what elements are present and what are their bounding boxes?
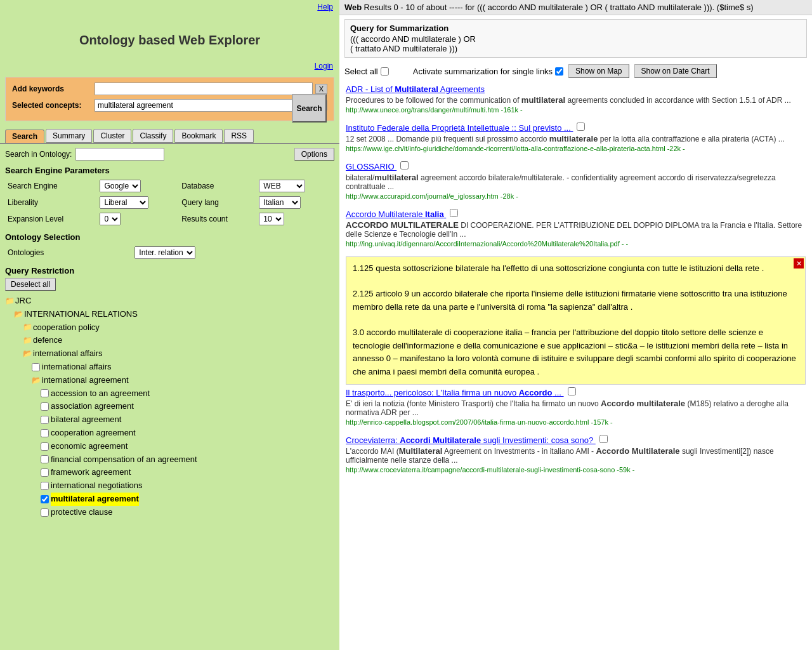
protective-checkbox[interactable] bbox=[41, 508, 49, 517]
tree-item-intl-agreement[interactable]: 📂 international agreement bbox=[5, 374, 334, 387]
intl-negotiations-checkbox[interactable] bbox=[41, 482, 49, 490]
popup-text-2: 2.125 articolo 9 un accordo bilaterale c… bbox=[353, 288, 799, 314]
select-all-checkbox[interactable] bbox=[381, 67, 389, 76]
ontology-selection-title: Ontology Selection bbox=[5, 232, 334, 242]
result-5-checkbox[interactable] bbox=[568, 387, 576, 395]
query-box: Query for Summarization ((( accordo AND … bbox=[344, 19, 807, 58]
expansion-level-select[interactable]: 012 bbox=[100, 213, 121, 225]
help-link[interactable]: Help bbox=[0, 0, 339, 14]
query-lang-label: Query lang bbox=[179, 194, 256, 211]
tree-intl-affairs-parent-label: international affairs bbox=[33, 347, 103, 361]
expansion-level-label: Expansion Level bbox=[5, 211, 97, 227]
database-select[interactable]: WEBNEWSIMAGES bbox=[259, 180, 305, 192]
result-title-6[interactable]: Croceviaterra: Accordi Multilaterale sug… bbox=[346, 435, 806, 445]
tab-cluster[interactable]: Cluster bbox=[93, 129, 131, 143]
tree-item-intl-relations[interactable]: 📂 INTERNATIONAL RELATIONS bbox=[5, 308, 334, 321]
tree-item-economic[interactable]: economic agreement bbox=[5, 440, 334, 453]
tab-classify[interactable]: Classify bbox=[133, 129, 173, 143]
result-url-2: https://www.ige.ch/it/info-giuridiche/do… bbox=[346, 145, 806, 152]
tree-item-association[interactable]: association agreement bbox=[5, 400, 334, 413]
add-keywords-section: Add keywords X Selected concepts: X bbox=[5, 77, 334, 121]
economic-checkbox[interactable] bbox=[41, 442, 49, 451]
tree-intl-relations-label: INTERNATIONAL RELATIONS bbox=[24, 308, 138, 321]
deselect-all-button[interactable]: Deselect all bbox=[5, 278, 56, 291]
tree-bilateral-label: bilateral agreement bbox=[51, 413, 121, 427]
results-count-label: Results count bbox=[179, 211, 256, 227]
tree-intl-agreement-label: international agreement bbox=[42, 374, 129, 387]
tree-item-cooperation[interactable]: cooperation agreement bbox=[5, 427, 334, 440]
result-6-checkbox[interactable] bbox=[599, 435, 608, 443]
select-all-row: Select all bbox=[344, 67, 389, 76]
financial-checkbox[interactable] bbox=[41, 455, 49, 463]
result-3-checkbox[interactable] bbox=[400, 161, 409, 169]
result-snippet-2: 12 set 2008 ... Domande più frequenti su… bbox=[346, 134, 806, 143]
multilateral-checkbox[interactable] bbox=[41, 495, 49, 503]
tree-item-defence[interactable]: 📁 defence bbox=[5, 334, 334, 347]
cooperation-checkbox[interactable] bbox=[41, 429, 49, 437]
login-link[interactable]: Login bbox=[0, 60, 339, 72]
result-2-checkbox[interactable] bbox=[577, 123, 585, 131]
tree-intl-negotiations-label: international negotiations bbox=[51, 479, 143, 493]
result-item-1: ADR - List of Multilateral Agreements Pr… bbox=[346, 84, 806, 114]
tree-multilateral-label: multilateral agreement bbox=[51, 493, 139, 506]
show-on-date-chart-button[interactable]: Show on Date Chart bbox=[634, 64, 717, 78]
tree-association-label: association agreement bbox=[51, 400, 134, 413]
search-engine-select[interactable]: GoogleYahooBing bbox=[100, 180, 141, 192]
add-keywords-clear-btn[interactable]: X bbox=[315, 84, 327, 94]
result-title-4[interactable]: Accordo Multilaterale Italia bbox=[346, 209, 806, 219]
result-title-2[interactable]: Instituto Federale della Proprietà Intel… bbox=[346, 123, 806, 133]
tree-item-protective[interactable]: protective clause bbox=[5, 506, 334, 519]
tree-item-accession[interactable]: accession to an agreement bbox=[5, 387, 334, 401]
tree-item-financial[interactable]: financial compensation of an agreement bbox=[5, 453, 334, 467]
search-button[interactable]: Search bbox=[292, 94, 327, 123]
tab-bookmark[interactable]: Bookmark bbox=[174, 129, 223, 143]
tree-item-intl-affairs-parent[interactable]: 📂 international affairs bbox=[5, 347, 334, 361]
tree-item-framework[interactable]: framework agreement bbox=[5, 466, 334, 479]
tree-item-intl-negotiations[interactable]: international negotiations bbox=[5, 479, 334, 493]
selected-concepts-input[interactable] bbox=[95, 99, 313, 112]
search-engine-params-title: Search Engine Parameters bbox=[5, 166, 334, 175]
tree-item-multilateral[interactable]: multilateral agreement bbox=[5, 493, 334, 506]
show-on-map-button[interactable]: Show on Map bbox=[568, 64, 629, 78]
liberality-select[interactable]: LiberalStrictModerate bbox=[100, 196, 148, 209]
tab-summary[interactable]: Summary bbox=[46, 129, 92, 143]
result-title-5[interactable]: Il trasporto... pericoloso: L'Italia fir… bbox=[346, 387, 806, 397]
accession-checkbox[interactable] bbox=[41, 389, 49, 397]
result-snippet-3: bilateral/multilateral agreement accordo… bbox=[346, 173, 806, 191]
intl-affairs-checkbox[interactable] bbox=[32, 363, 40, 371]
tree-item-bilateral[interactable]: bilateral agreement bbox=[5, 413, 334, 427]
framework-checkbox[interactable] bbox=[41, 468, 49, 477]
search-ontology-input[interactable] bbox=[75, 148, 164, 161]
tree-item-intl-affairs-child[interactable]: international affairs bbox=[5, 361, 334, 374]
left-content: Search in Ontology: Options Search Engin… bbox=[0, 143, 339, 650]
ontologies-row: Ontologies Inter. relationOther bbox=[5, 244, 334, 261]
ontologies-select[interactable]: Inter. relationOther bbox=[134, 246, 195, 259]
query-lang-select[interactable]: ItalianEnglishFrench bbox=[259, 196, 301, 209]
tree-root-jrc[interactable]: 📁 JRC bbox=[5, 295, 334, 308]
params-table: Search Engine GoogleYahooBing Database W… bbox=[5, 178, 334, 227]
result-4-checkbox[interactable] bbox=[450, 209, 458, 217]
tree-framework-label: framework agreement bbox=[51, 466, 131, 479]
right-panel: Web Results 0 - 10 of about ----- for ((… bbox=[339, 0, 812, 650]
result-snippet-6: L'accordo MAI (Multilateral Agreement on… bbox=[346, 446, 806, 465]
result-title-3[interactable]: GLOSSARIO bbox=[346, 161, 806, 171]
results-count-select[interactable]: 102050 bbox=[259, 213, 284, 225]
tree-item-coop-policy[interactable]: 📁 cooperation policy bbox=[5, 321, 334, 335]
popup-close-button[interactable]: ✕ bbox=[794, 258, 804, 269]
folder-open-icon-2: 📂 bbox=[14, 308, 23, 321]
association-checkbox[interactable] bbox=[41, 402, 49, 411]
right-header: Web Results 0 - 10 of about ----- for ((… bbox=[339, 0, 812, 15]
result-url-4: http://ing.univaq.it/digennaro/AccordiIn… bbox=[346, 240, 806, 248]
result-item-2: Instituto Federale della Proprietà Intel… bbox=[346, 123, 806, 152]
popup-text-1: 1.125 questa sottoscrizione bilaterale h… bbox=[353, 262, 799, 275]
activate-summarization-checkbox[interactable] bbox=[555, 67, 563, 76]
add-keywords-input[interactable] bbox=[95, 83, 313, 95]
tab-search[interactable]: Search bbox=[5, 129, 44, 143]
ontologies-table: Ontologies Inter. relationOther bbox=[5, 244, 334, 261]
result-title-1[interactable]: ADR - List of Multilateral Agreements bbox=[346, 84, 806, 94]
tab-rss[interactable]: RSS bbox=[224, 129, 254, 143]
bilateral-checkbox[interactable] bbox=[41, 416, 49, 424]
options-button[interactable]: Options bbox=[294, 148, 334, 161]
tree-economic-label: economic agreement bbox=[51, 440, 128, 453]
search-ontology-label: Search in Ontology: bbox=[5, 150, 72, 159]
